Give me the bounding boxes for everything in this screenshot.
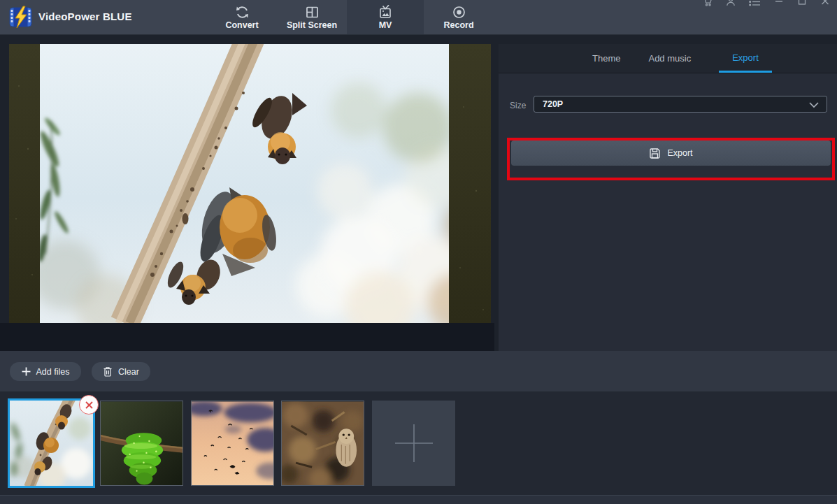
- refresh-icon: [235, 5, 250, 20]
- playback-bar: 00:00:00 / 00:00:20: [0, 323, 494, 351]
- main-nav: Convert Split Screen MV: [207, 0, 494, 34]
- split-screen-icon: [305, 5, 320, 20]
- tab-add-music[interactable]: Add music: [648, 44, 691, 73]
- clear-label: Clear: [118, 367, 139, 377]
- record-icon: [452, 5, 466, 20]
- thumbnail-add-slot[interactable]: [372, 401, 455, 486]
- videopower-app-window: VideoPower BLUE Convert Split Screen: [0, 0, 837, 504]
- plus-icon: [22, 367, 31, 376]
- account-icon[interactable]: [726, 0, 736, 7]
- thumbnail-snake-clip[interactable]: [100, 401, 183, 486]
- remove-x-icon: [85, 401, 94, 410]
- app-logo-icon: [9, 6, 32, 29]
- right-panel: Theme Add music Export Size 720P Export: [499, 44, 837, 351]
- chevron-down-icon: [809, 102, 819, 108]
- tab-mv[interactable]: MV: [347, 0, 424, 34]
- window-controls: [703, 0, 830, 7]
- title-bar: VideoPower BLUE Convert Split Screen: [0, 0, 837, 35]
- minimize-icon[interactable]: [774, 0, 784, 7]
- tab-record[interactable]: Record: [424, 0, 494, 34]
- plus-placeholder-icon: [394, 423, 434, 463]
- tab-export[interactable]: Export: [719, 44, 772, 73]
- thumbnail-bats-clip[interactable]: [10, 401, 93, 486]
- tab-theme[interactable]: Theme: [592, 44, 620, 73]
- tab-split-screen[interactable]: Split Screen: [277, 0, 347, 34]
- maximize-icon[interactable]: [797, 0, 807, 7]
- tab-convert[interactable]: Convert: [207, 0, 277, 34]
- menu-icon[interactable]: [749, 0, 761, 7]
- add-files-button[interactable]: Add files: [10, 362, 81, 381]
- trash-icon: [103, 366, 113, 377]
- cart-icon[interactable]: [703, 0, 713, 7]
- video-preview: [9, 44, 491, 323]
- file-actions-row: Add files Clear: [0, 351, 837, 391]
- right-panel-tabbar: Theme Add music Export: [499, 44, 837, 73]
- app-title: VideoPower BLUE: [38, 10, 132, 22]
- media-thumbnail-strip: [0, 391, 837, 495]
- size-value: 720P: [543, 99, 563, 109]
- bottom-status-bar: [0, 495, 837, 504]
- remove-clip-button[interactable]: [79, 395, 99, 415]
- size-dropdown[interactable]: 720P: [534, 96, 827, 113]
- thumbnail-birds-sunset-clip[interactable]: [191, 401, 274, 486]
- thumbnail-owl-clip[interactable]: [281, 401, 364, 486]
- add-files-label: Add files: [36, 367, 70, 377]
- tv-icon: [378, 5, 393, 20]
- clear-button[interactable]: Clear: [92, 362, 150, 381]
- size-label: Size: [510, 101, 526, 110]
- export-highlight-annotation: [507, 138, 835, 180]
- close-icon[interactable]: [820, 0, 830, 7]
